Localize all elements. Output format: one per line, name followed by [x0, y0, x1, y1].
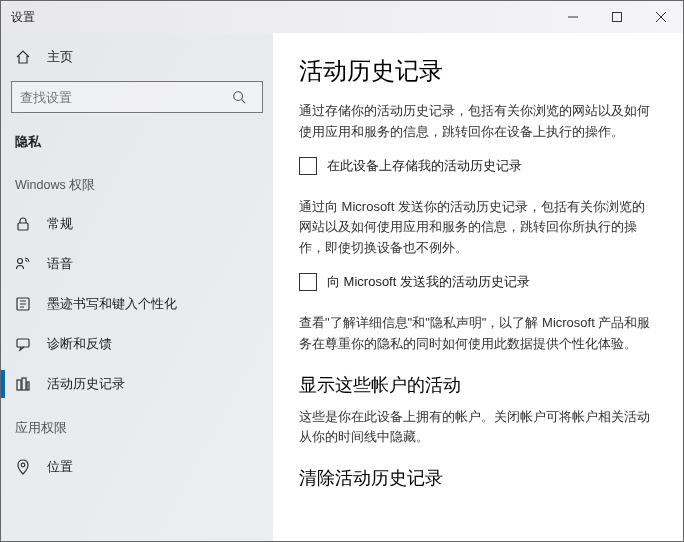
nav-label: 语音 [47, 255, 73, 273]
checkbox-label: 在此设备上存储我的活动历史记录 [327, 157, 522, 175]
nav-location[interactable]: 位置 [1, 447, 273, 487]
home-label: 主页 [47, 48, 73, 66]
history-icon [15, 376, 31, 392]
send-microsoft-checkbox[interactable]: 向 Microsoft 发送我的活动历史记录 [299, 273, 657, 291]
svg-point-4 [234, 92, 243, 101]
checkbox-box [299, 273, 317, 291]
maximize-button[interactable] [595, 1, 639, 33]
nav-inking[interactable]: 墨迹书写和键入个性化 [1, 284, 273, 324]
svg-point-7 [18, 259, 23, 264]
nav-label: 位置 [47, 458, 73, 476]
nav-activity-history[interactable]: 活动历史记录 [1, 364, 273, 404]
page-title: 活动历史记录 [299, 55, 657, 87]
svg-rect-15 [27, 382, 29, 390]
minimize-button[interactable] [551, 1, 595, 33]
home-nav[interactable]: 主页 [1, 37, 273, 77]
lock-icon [15, 216, 31, 232]
nav-label: 活动历史记录 [47, 375, 125, 393]
category-label: 隐私 [1, 127, 273, 161]
svg-rect-13 [17, 380, 21, 390]
nav-label: 常规 [47, 215, 73, 233]
close-button[interactable] [639, 1, 683, 33]
window-body: 主页 隐私 Windows 权限 常规 [1, 33, 683, 541]
feedback-icon [15, 336, 31, 352]
checkbox-box [299, 157, 317, 175]
svg-point-16 [21, 463, 25, 467]
settings-window: 设置 主页 [0, 0, 684, 542]
svg-rect-14 [22, 378, 26, 390]
nav-diagnostics[interactable]: 诊断和反馈 [1, 324, 273, 364]
search-input[interactable] [12, 82, 232, 112]
privacy-text: 查看"了解详细信息"和"隐私声明"，以了解 Microsoft 产品和服务在尊重… [299, 313, 657, 355]
speech-icon [15, 256, 31, 272]
location-icon [15, 459, 31, 475]
intro-text: 通过存储你的活动历史记录，包括有关你浏览的网站以及如何使用应用和服务的信息，跳转… [299, 101, 657, 143]
home-icon [15, 49, 31, 65]
svg-rect-1 [613, 13, 622, 22]
nav-general[interactable]: 常规 [1, 204, 273, 244]
svg-line-5 [242, 100, 246, 104]
group-app-permissions: 应用权限 [1, 414, 273, 447]
nav-label: 诊断和反馈 [47, 335, 112, 353]
clear-heading: 清除活动历史记录 [299, 466, 657, 490]
window-title: 设置 [1, 9, 35, 26]
inking-icon [15, 296, 31, 312]
nav-speech[interactable]: 语音 [1, 244, 273, 284]
sidebar: 主页 隐私 Windows 权限 常规 [1, 33, 273, 541]
svg-rect-6 [18, 223, 28, 230]
content-area: 活动历史记录 通过存储你的活动历史记录，包括有关你浏览的网站以及如何使用应用和服… [273, 33, 683, 541]
send-ms-text: 通过向 Microsoft 发送你的活动历史记录，包括有关你浏览的网站以及如何使… [299, 197, 657, 259]
window-controls [551, 1, 683, 33]
nav-group-1: 常规 语音 墨迹书写和键入个性化 [1, 204, 273, 404]
store-locally-checkbox[interactable]: 在此设备上存储我的活动历史记录 [299, 157, 657, 175]
svg-rect-12 [17, 339, 29, 347]
accounts-text: 这些是你在此设备上拥有的帐户。关闭帐户可将帐户相关活动从你的时间线中隐藏。 [299, 407, 657, 449]
nav-label: 墨迹书写和键入个性化 [47, 295, 177, 313]
titlebar: 设置 [1, 1, 683, 33]
accounts-heading: 显示这些帐户的活动 [299, 373, 657, 397]
search-icon [232, 90, 262, 104]
nav-group-2: 位置 [1, 447, 273, 487]
checkbox-label: 向 Microsoft 发送我的活动历史记录 [327, 273, 530, 291]
group-windows-permissions: Windows 权限 [1, 171, 273, 204]
search-box[interactable] [11, 81, 263, 113]
